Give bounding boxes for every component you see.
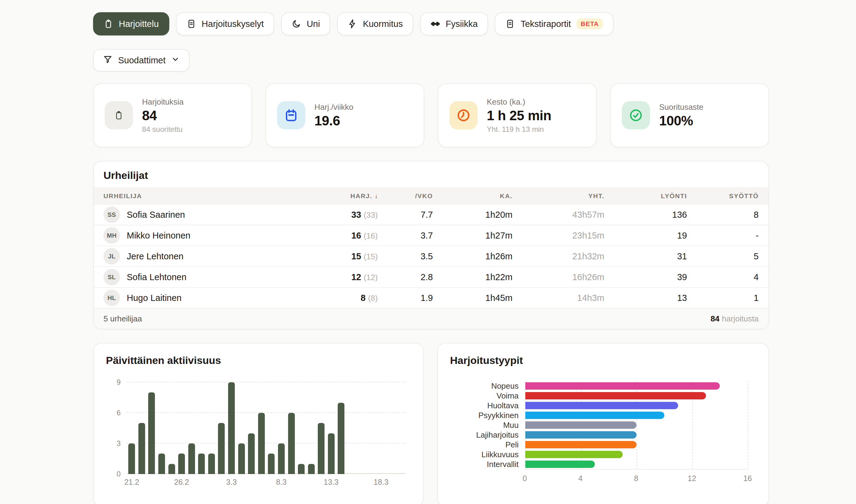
bar-slot: [137, 382, 147, 474]
table-row[interactable]: SLSofia Lehtonen12(12)2.81h22m16h26m394: [94, 267, 768, 288]
column-header-syotto[interactable]: SYÖTTÖ: [687, 192, 759, 200]
harj-value: 12: [351, 272, 361, 282]
x-tick-label: 18.3: [374, 478, 389, 487]
table-row[interactable]: SSSofia Saarinen33(33)7.71h20m43h57m1368: [94, 204, 768, 226]
column-header-harj[interactable]: HARJ. ↓: [304, 192, 378, 200]
training-types-chart: NopeusVoimaHuoltavaPsyykkinenMuuLajiharj…: [450, 381, 756, 486]
tab-tekstiraportit[interactable]: TekstiraportitBETA: [495, 12, 613, 35]
bar-row: [525, 440, 748, 450]
bar-slot: [356, 382, 366, 474]
avatar: SL: [103, 269, 120, 285]
lyonti-value: 31: [604, 251, 687, 262]
harj-cell: 8(8): [304, 293, 378, 303]
bar-slot: [226, 382, 237, 474]
daily-bar: [308, 464, 315, 474]
bar-row: [525, 401, 748, 410]
filters-button[interactable]: Suodattimet: [93, 49, 189, 72]
tab-uni[interactable]: Uni: [281, 12, 331, 35]
training-count: 84harjoitusta: [711, 314, 759, 324]
harj-completed-value: (12): [364, 273, 378, 282]
syotto-value: 4: [687, 272, 759, 282]
tab-fysiikka[interactable]: Fysiikka: [420, 12, 488, 35]
daily-bar: [328, 433, 335, 474]
category-label: Psyykkinen: [450, 410, 519, 420]
table-footer: 5 urheilijaa 84harjoitusta: [94, 308, 768, 329]
type-bar: [525, 382, 720, 390]
bar-slot: [326, 382, 337, 474]
x-tick-label: 8: [634, 474, 638, 483]
bolt-icon: [347, 19, 357, 29]
syotto-value: 1: [687, 293, 759, 303]
table-row[interactable]: HLHugo Laitinen8(8)1.91h45m14h3m131: [94, 288, 768, 308]
athletes-table-title: Urheilijat: [94, 161, 768, 187]
tab-label: Fysiikka: [446, 19, 478, 29]
yht-value: 21h32m: [513, 251, 604, 262]
lyonti-value: 39: [604, 272, 687, 282]
bar-slot: [276, 382, 287, 474]
daily-bar: [238, 444, 245, 474]
x-tick-label: 0: [523, 474, 527, 483]
y-tick-label: 6: [117, 409, 121, 416]
tab-kuormitus[interactable]: Kuormitus: [337, 12, 413, 35]
harj-completed-value: (15): [364, 252, 378, 261]
column-header-yht[interactable]: YHT.: [513, 192, 604, 200]
vko-value: 2.8: [378, 272, 433, 282]
bar-slot: [127, 382, 137, 474]
vko-value: 3.7: [378, 231, 433, 241]
x-tick-label: 13.3: [324, 478, 339, 487]
column-header-ka[interactable]: KA.: [433, 192, 513, 200]
harj-value: 15: [351, 251, 361, 261]
daily-bar: [268, 453, 275, 474]
daily-activity-chart: 0369 21.226.23.38.313.318.3: [106, 382, 411, 490]
stat-value: 19.6: [314, 113, 353, 128]
chevron-down-icon: [171, 55, 180, 66]
column-header-lyonti[interactable]: LYÖNTI: [604, 192, 687, 200]
bar-row: [525, 450, 748, 460]
bar-slot: [157, 382, 167, 474]
tab-harjoituskyselyt[interactable]: Harjoituskyselyt: [176, 12, 274, 35]
x-axis-labels: 21.226.23.38.313.318.3: [127, 478, 406, 490]
table-row[interactable]: MHMikko Heinonen16(16)3.71h27m23h15m19-: [94, 226, 768, 246]
avatar: HL: [103, 290, 120, 306]
column-header-urheilija[interactable]: URHEILIJA: [103, 192, 304, 200]
table-row[interactable]: JLJere Lehtonen15(15)3.51h26m21h32m315: [94, 246, 768, 267]
bar-slot: [246, 382, 257, 474]
yht-value: 16h26m: [513, 272, 604, 282]
harj-cell: 16(16): [304, 231, 378, 241]
check-circle-icon: [622, 101, 650, 129]
daily-bar: [128, 444, 135, 474]
avatar: SS: [103, 206, 120, 223]
y-tick-label: 9: [117, 379, 121, 386]
training-types-plot: [525, 381, 748, 469]
daily-bar: [228, 382, 235, 474]
harj-completed-value: (33): [364, 211, 378, 220]
gridline: [748, 381, 748, 469]
athlete-name: Jere Lehtonen: [127, 251, 183, 262]
yht-value: 23h15m: [513, 231, 604, 241]
table-body: SSSofia Saarinen33(33)7.71h20m43h57m1368…: [94, 204, 768, 308]
clock-icon: [449, 101, 478, 129]
athlete-count: 5 urheilijaa: [103, 314, 142, 324]
daily-bar: [278, 444, 285, 474]
bar-slot: [196, 382, 207, 474]
harj-completed-value: (8): [368, 293, 378, 303]
daily-bar: [258, 413, 265, 474]
type-bar: [525, 412, 664, 419]
harj-value: 8: [361, 293, 365, 303]
tab-harjoittelu[interactable]: Harjoittelu: [93, 12, 169, 35]
bars-container: [127, 382, 406, 474]
bar-slot: [306, 382, 316, 474]
harj-cell: 15(15): [304, 251, 378, 262]
daily-bar: [248, 433, 255, 474]
tab-label: Harjoituskyselyt: [202, 19, 264, 29]
category-label: Intervallit: [450, 460, 519, 469]
yht-value: 14h3m: [513, 293, 604, 303]
y-tick-label: 0: [117, 470, 121, 478]
table-header-row: URHEILIJA HARJ. ↓ /VKO KA. YHT. LYÖNTI S…: [94, 187, 768, 204]
stat-card-harj-viikko: Harj./viikko19.6: [266, 83, 424, 147]
type-bar: [525, 402, 678, 409]
clipboard-icon: [103, 19, 113, 29]
athlete-cell: MHMikko Heinonen: [103, 227, 304, 244]
column-header-vko[interactable]: /VKO: [378, 192, 433, 200]
ka-value: 1h27m: [433, 231, 513, 241]
